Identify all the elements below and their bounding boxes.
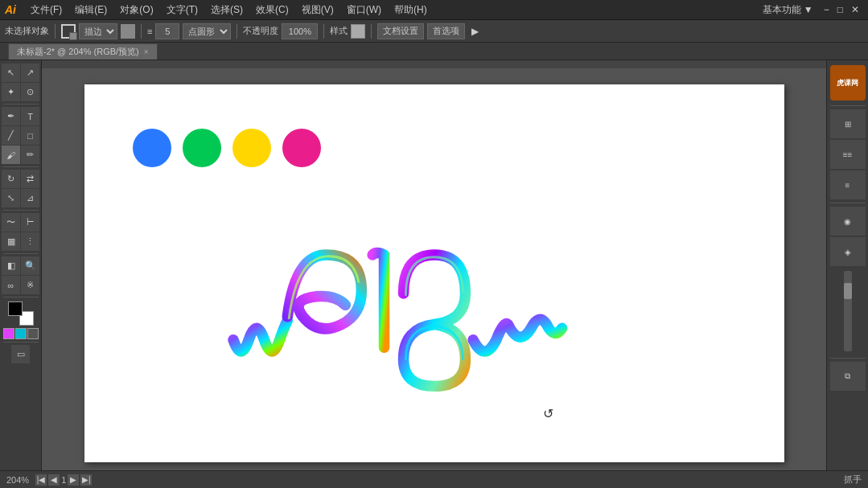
tool-sep-5 — [3, 297, 39, 297]
rotate-tool[interactable]: ↻ — [2, 170, 20, 188]
panel-btn-2[interactable]: ≡≡ — [830, 140, 866, 169]
menu-edit[interactable]: 编辑(E) — [68, 2, 113, 18]
tool-row-3: ✒ T — [2, 107, 39, 125]
artboard: ↺ — [84, 84, 784, 462]
document-tab[interactable]: 未标题-2* @ 204% (RGB/预览) × — [8, 43, 158, 59]
column-graph-tool[interactable]: ▦ — [2, 232, 20, 251]
shape-tool[interactable]: □ — [21, 126, 39, 145]
canvas-area[interactable]: ↺ — [42, 60, 826, 470]
brush-shape-select[interactable]: 点圆形 — [183, 23, 231, 39]
color-boxes[interactable] — [8, 301, 34, 326]
brush-size-input[interactable] — [155, 23, 179, 39]
screen-mode-btn[interactable]: ▭ — [11, 345, 30, 363]
menu-view[interactable]: 视图(V) — [295, 2, 340, 18]
zoom-value[interactable]: 204% — [6, 475, 29, 485]
panel-btn-1[interactable]: ⊞ — [830, 109, 866, 138]
panel-btn-4[interactable]: ◉ — [830, 207, 866, 236]
current-tool-label: 抓手 — [844, 474, 862, 486]
menu-file[interactable]: 文件(F) — [24, 2, 68, 18]
menu-effect[interactable]: 效果(C) — [249, 2, 295, 18]
tool-row-8: 〜 ⊢ — [2, 213, 39, 232]
menu-object[interactable]: 对象(O) — [113, 2, 159, 18]
yellow-dot — [232, 129, 271, 167]
preferences-btn[interactable]: 首选项 — [427, 23, 465, 39]
pencil-tool[interactable]: ✏ — [21, 146, 39, 164]
tab-close-btn[interactable]: × — [144, 47, 149, 56]
main-area: ↖ ↗ ✦ ⊙ ✒ T ╱ □ 🖌 ✏ ↻ ⇄ ⤡ ⊿ 〜 — [0, 60, 868, 470]
opacity-input[interactable] — [282, 23, 318, 39]
right-scrollbar[interactable] — [844, 271, 852, 351]
symbol-tool[interactable]: ※ — [21, 276, 39, 294]
toolbar-divider-4 — [323, 24, 324, 39]
menu-text[interactable]: 文字(T) — [160, 2, 204, 18]
workspace-selector[interactable]: 基本功能 ▼ — [763, 3, 813, 17]
size-label: ≡ — [147, 27, 152, 36]
width-tool[interactable]: ⊢ — [21, 213, 39, 232]
minimize-btn[interactable]: − — [820, 4, 833, 15]
toolbar-divider-3 — [237, 24, 237, 39]
toolbar-divider-1 — [55, 24, 56, 39]
mesh-tool[interactable]: ⋮ — [21, 232, 39, 251]
618-artwork — [209, 193, 660, 394]
stroke-icon[interactable] — [61, 24, 76, 39]
eyedropper-tool[interactable]: 🔍 — [21, 256, 39, 275]
toolbar-divider-2 — [141, 24, 142, 39]
warp-tool[interactable]: 〜 — [2, 213, 20, 232]
page-number: 1 — [61, 475, 66, 485]
gradient-tool[interactable]: ◧ — [2, 256, 20, 275]
type-tool[interactable]: T — [21, 107, 39, 125]
tool-row-5: 🖌 ✏ — [2, 146, 39, 164]
tab-bar: 未标题-2* @ 204% (RGB/预览) × — [0, 43, 868, 60]
tool-row-1: ↖ ↗ — [2, 64, 39, 82]
tool-row-11: ∞ ※ — [2, 276, 39, 294]
toolbar: 未选择对象 描边 ≡ 点圆形 不透明度 样式 文档设置 首选项 ▶ — [0, 20, 868, 43]
tool-sep-2 — [3, 166, 39, 167]
left-toolbar: ↖ ↗ ✦ ⊙ ✒ T ╱ □ 🖌 ✏ ↻ ⇄ ⤡ ⊿ 〜 — [0, 60, 42, 470]
fg-color-box[interactable] — [8, 301, 23, 316]
style-swatch[interactable] — [351, 24, 365, 39]
pen-tool[interactable]: ✒ — [2, 107, 20, 125]
stroke-select[interactable]: 描边 — [79, 23, 117, 39]
right-scroll-thumb — [844, 283, 852, 299]
color-swatch[interactable] — [121, 24, 135, 39]
doc-settings-btn[interactable]: 文档设置 — [377, 23, 424, 39]
color-mode-gradient[interactable] — [3, 328, 14, 339]
zoom-control: 204% — [6, 475, 29, 485]
arrow-icon[interactable]: ▶ — [471, 26, 479, 37]
right-sep-2 — [830, 203, 866, 203]
magic-wand-tool[interactable]: ✦ — [2, 83, 20, 101]
page-next-btn[interactable]: ▶ — [68, 474, 79, 486]
page-prev-btn[interactable]: ◀ — [48, 474, 60, 486]
restore-btn[interactable]: □ — [833, 4, 847, 15]
blend-tool[interactable]: ∞ — [2, 276, 20, 294]
line-tool[interactable]: ╱ — [2, 126, 20, 145]
scale-tool[interactable]: ⤡ — [2, 189, 20, 207]
tool-row-6: ↻ ⇄ — [2, 170, 39, 188]
menu-help[interactable]: 帮助(H) — [388, 2, 434, 18]
page-first-btn[interactable]: |◀ — [35, 474, 47, 486]
paintbrush-tool[interactable]: 🖌 — [2, 146, 20, 164]
direct-select-tool[interactable]: ↗ — [21, 64, 39, 82]
color-mode-none[interactable] — [27, 328, 39, 339]
green-dot — [183, 129, 221, 167]
tool-sep-3 — [3, 210, 39, 211]
close-btn[interactable]: ✕ — [847, 4, 863, 15]
menu-select[interactable]: 选择(S) — [204, 2, 249, 18]
cursor-indicator: ↺ — [543, 406, 553, 421]
menu-window[interactable]: 窗口(W) — [340, 2, 388, 18]
status-bar: 204% |◀ ◀ 1 ▶ ▶| 抓手 — [0, 470, 868, 488]
reflect-tool[interactable]: ⇄ — [21, 170, 39, 188]
panel-btn-layers[interactable]: ⧉ — [830, 362, 866, 391]
lasso-tool[interactable]: ⊙ — [21, 83, 39, 101]
panel-btn-3[interactable]: ≡ — [830, 170, 866, 199]
menu-bar: Ai 文件(F) 编辑(E) 对象(O) 文字(T) 选择(S) 效果(C) 视… — [0, 0, 868, 20]
page-last-btn[interactable]: ▶| — [80, 474, 92, 486]
style-label: 样式 — [330, 25, 348, 37]
opacity-label: 不透明度 — [243, 25, 278, 37]
color-mode-swatch[interactable] — [15, 328, 27, 339]
tool-sep-6 — [3, 342, 39, 342]
select-tool[interactable]: ↖ — [2, 64, 20, 82]
shear-tool[interactable]: ⊿ — [21, 189, 39, 207]
panel-btn-5[interactable]: ◈ — [830, 237, 866, 266]
tab-title: 未标题-2* @ 204% (RGB/预览) — [17, 46, 139, 58]
